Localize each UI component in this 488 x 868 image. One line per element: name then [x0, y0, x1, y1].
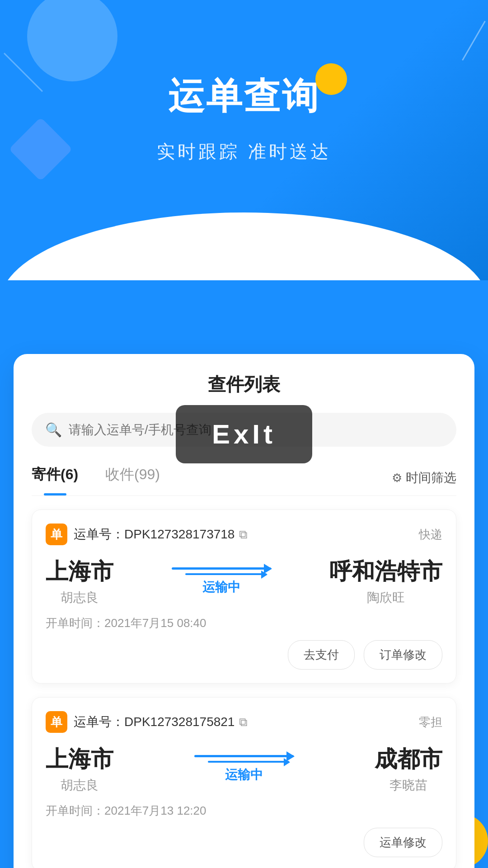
route-middle-1: 运输中 — [172, 567, 271, 596]
action-buttons-1: 去支付 订单修改 — [46, 640, 442, 670]
to-city-2: 成都市 — [375, 744, 442, 774]
route-row-1: 上海市 胡志良 运输中 呼和浩特市 陶欣旺 — [46, 557, 442, 606]
open-time-1: 开单时间：2021年7月15 08:40 — [46, 615, 442, 631]
status-text-1: 运输中 — [202, 579, 240, 596]
shipment-card-2: 单 运单号：DPK127328175821 ⧉ 零担 上海市 胡志良 运输中 成… — [32, 697, 456, 868]
modify-waybill-button-2[interactable]: 运单修改 — [364, 828, 442, 857]
search-bar[interactable]: 🔍 — [32, 413, 456, 447]
route-row-2: 上海市 胡志良 运输中 成都市 李晓苗 — [46, 744, 442, 794]
from-city-1: 上海市 — [46, 557, 113, 587]
tab-sent[interactable]: 寄件(6) — [32, 465, 78, 491]
modify-order-button-1[interactable]: 订单修改 — [364, 640, 442, 670]
to-city-col-1: 呼和浩特市 陶欣旺 — [329, 557, 442, 606]
tabs-row: 寄件(6) 收件(99) ⚙ 时间筛选 — [32, 465, 456, 496]
copy-icon-1[interactable]: ⧉ — [239, 528, 248, 542]
sender-name-2: 胡志良 — [61, 777, 99, 794]
title-dot-decoration — [315, 63, 347, 95]
arrow-line-small-1 — [176, 573, 267, 575]
shipment-type-2: 零担 — [419, 714, 442, 730]
arrow-line-1 — [172, 567, 271, 570]
from-city-col-2: 上海市 胡志良 — [46, 744, 113, 794]
shipment-header-2: 单 运单号：DPK127328175821 ⧉ 零担 — [46, 711, 442, 733]
arrow-line-2 — [194, 755, 294, 757]
page-title: 运单查询 — [168, 72, 320, 121]
search-input[interactable] — [69, 423, 443, 437]
shipment-card-1: 单 运单号：DPK127328173718 ⧉ 快递 上海市 胡志良 运输中 呼… — [32, 509, 456, 684]
card-title: 查件列表 — [32, 372, 456, 397]
action-buttons-2: 运单修改 — [46, 828, 442, 857]
to-city-col-2: 成都市 李晓苗 — [375, 744, 442, 794]
sender-name-1: 胡志良 — [61, 589, 99, 606]
order-number-1: 运单号：DPK127328173718 — [74, 526, 235, 543]
from-city-2: 上海市 — [46, 744, 113, 774]
hero-section: 运单查询 实时跟踪 准时送达 — [0, 0, 488, 164]
arrow-body-small-1 — [185, 573, 267, 575]
copy-icon-2[interactable]: ⧉ — [239, 715, 248, 729]
arrow-body-2 — [194, 755, 294, 757]
from-city-col-1: 上海市 胡志良 — [46, 557, 113, 606]
page-subtitle: 实时跟踪 准时送达 — [0, 139, 488, 164]
filter-label: 时间筛选 — [406, 469, 456, 486]
filter-button[interactable]: ⚙ 时间筛选 — [392, 469, 456, 486]
bg-curve-bottom — [0, 212, 488, 280]
open-time-2: 开单时间：2021年7月13 12:20 — [46, 803, 442, 819]
receiver-name-2: 李晓苗 — [389, 777, 427, 794]
receiver-name-1: 陶欣旺 — [367, 589, 405, 606]
arrow-body-1 — [172, 567, 271, 570]
status-text-2: 运输中 — [225, 766, 263, 783]
arrow-body-small-2 — [208, 761, 289, 763]
filter-icon: ⚙ — [392, 471, 402, 485]
shipment-type-1: 快递 — [419, 527, 442, 542]
order-number-2: 运单号：DPK127328175821 — [74, 713, 235, 731]
to-city-1: 呼和浩特市 — [329, 557, 442, 587]
main-content-card: 查件列表 🔍 寄件(6) 收件(99) ⚙ 时间筛选 单 运单号：DPK1273… — [14, 354, 474, 868]
arrow-line-small-2 — [199, 761, 289, 763]
search-icon: 🔍 — [45, 422, 62, 438]
pay-button-1[interactable]: 去支付 — [288, 640, 355, 670]
shipment-header-1: 单 运单号：DPK127328173718 ⧉ 快递 — [46, 524, 442, 545]
tab-received[interactable]: 收件(99) — [105, 465, 160, 491]
route-middle-2: 运输中 — [194, 755, 294, 783]
order-icon-2: 单 — [46, 711, 67, 733]
order-icon-1: 单 — [46, 524, 67, 545]
